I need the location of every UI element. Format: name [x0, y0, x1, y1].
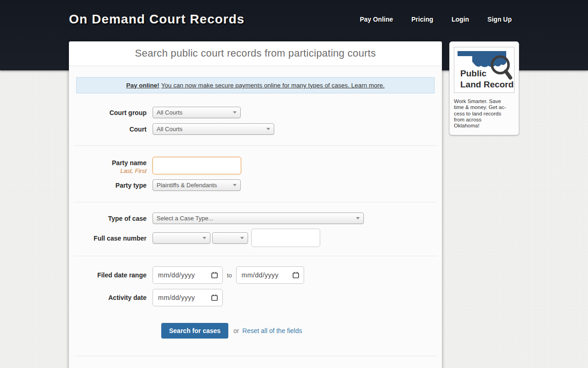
- filed-date-range-label: Filed date range: [76, 271, 153, 279]
- chevron-down-icon: [203, 237, 206, 239]
- nav-login[interactable]: Login: [452, 16, 469, 23]
- search-for-cases-button[interactable]: Search for cases: [161, 323, 228, 339]
- nav-sign-up[interactable]: Sign Up: [487, 16, 512, 23]
- oklahoma-map-icon: [458, 51, 506, 67]
- court-group-label: Court group: [76, 109, 153, 116]
- reset-fields-link[interactable]: Reset all of the fields: [243, 327, 302, 334]
- court-group-select[interactable]: All Courts: [153, 107, 241, 118]
- court-label: Court: [76, 126, 153, 133]
- chevron-down-icon: [266, 128, 270, 130]
- case-number-type-select[interactable]: [212, 232, 248, 244]
- public-land-records-logo-art: Public Land Records: [454, 47, 514, 92]
- pay-online-banner[interactable]: Pay online!You can now make secure payme…: [76, 77, 435, 93]
- calendar-icon[interactable]: [292, 271, 300, 279]
- section-divider: [74, 145, 437, 146]
- site-header: On Demand Court Records Pay Online Prici…: [69, 0, 519, 29]
- chevron-down-icon: [356, 217, 360, 219]
- pay-online-banner-lead: Pay online!: [126, 82, 159, 89]
- court-value: All Courts: [157, 126, 182, 132]
- filed-date-to-input[interactable]: mm/dd/yyyy: [236, 266, 304, 284]
- case-type-select[interactable]: Select a Case Type...: [153, 213, 364, 224]
- party-type-label: Party type: [76, 182, 153, 189]
- party-name-label-block: Party name Last, First: [76, 157, 153, 174]
- chevron-down-icon: [240, 237, 244, 239]
- filed-date-from-input[interactable]: mm/dd/yyyy: [153, 266, 223, 284]
- calendar-icon[interactable]: [211, 271, 218, 279]
- calendar-icon[interactable]: [211, 294, 218, 301]
- chevron-down-icon: [233, 184, 237, 186]
- activity-date-input[interactable]: mm/dd/yyyy: [153, 289, 223, 306]
- court-select[interactable]: All Courts: [153, 123, 274, 135]
- description-line: time & money. Get ac-: [454, 104, 514, 110]
- court-group-value: All Courts: [157, 109, 182, 116]
- party-name-label: Party name: [76, 159, 147, 167]
- party-name-hint: Last, First: [76, 167, 147, 174]
- public-land-records-widget: Public Land Records Work Smarter. Save t…: [449, 41, 519, 135]
- filed-date-to-placeholder: mm/dd/yyyy: [242, 271, 278, 279]
- logo-word-public: Public: [460, 69, 486, 78]
- section-divider: [74, 256, 437, 256]
- public-land-records-description: Work Smarter. Save time & money. Get ac-…: [454, 98, 514, 129]
- chevron-down-icon: [233, 111, 237, 114]
- bottom-spacer: [76, 356, 435, 368]
- pay-online-banner-text: You can now make secure payments online …: [161, 82, 385, 89]
- actions-or-text: or: [233, 327, 239, 334]
- site-logo[interactable]: On Demand Court Records: [69, 12, 341, 27]
- date-range-joiner: to: [227, 272, 232, 279]
- case-number-year-select[interactable]: [153, 232, 210, 244]
- case-type-label: Type of case: [76, 215, 153, 222]
- party-name-input[interactable]: [153, 157, 241, 174]
- party-type-value: Plaintiffs & Defendants: [157, 182, 217, 189]
- party-type-select[interactable]: Plaintiffs & Defendants: [153, 179, 241, 191]
- case-number-label: Full case number: [76, 235, 153, 242]
- activity-date-label: Activity date: [76, 294, 153, 301]
- case-number-input[interactable]: [251, 229, 320, 247]
- case-type-value: Select a Case Type...: [157, 215, 213, 222]
- activity-date-placeholder: mm/dd/yyyy: [158, 294, 195, 301]
- logo-word-land-records: Land Records: [460, 80, 514, 89]
- nav-pay-online[interactable]: Pay Online: [360, 16, 393, 23]
- nav-pricing[interactable]: Pricing: [412, 16, 433, 23]
- description-line: Oklahoma!: [454, 123, 514, 129]
- filed-date-from-placeholder: mm/dd/yyyy: [158, 271, 195, 279]
- description-line: cess to land records: [454, 111, 514, 117]
- page-title: Search public court records from partici…: [69, 41, 442, 66]
- description-line: from across: [454, 117, 514, 123]
- search-form: Pay online!You can now make secure payme…: [69, 66, 442, 368]
- top-nav: Pay Online Pricing Login Sign Up: [341, 16, 512, 23]
- description-line: Work Smarter. Save: [454, 98, 514, 104]
- public-land-records-logo[interactable]: Public Land Records: [454, 47, 514, 93]
- search-panel: Search public court records from partici…: [69, 41, 442, 368]
- section-divider: [74, 202, 437, 202]
